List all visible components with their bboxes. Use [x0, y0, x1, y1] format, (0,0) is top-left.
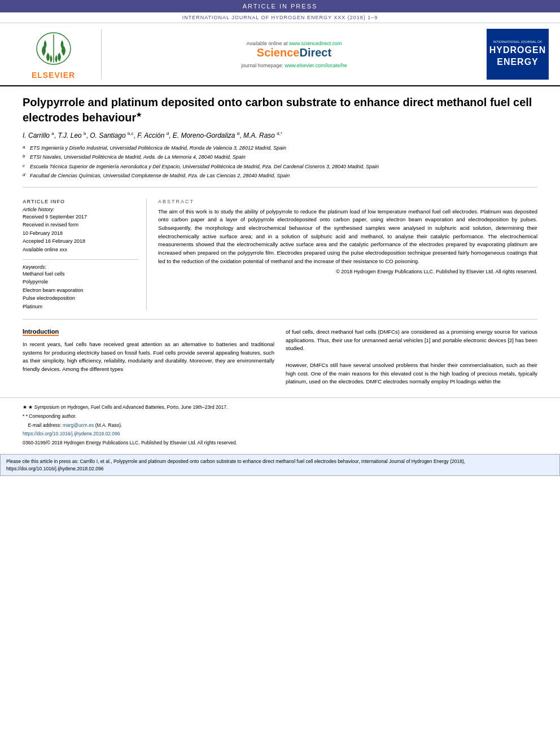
- history-revised-date: 10 February 2018: [23, 230, 138, 238]
- introduction-right-text: of fuel cells, direct methanol fuel cell…: [286, 328, 537, 386]
- journal-homepage-url[interactable]: www.elsevier.com/locate/he: [285, 63, 347, 68]
- article-info-abstract-section: ARTICLE INFO Article history: Received 9…: [0, 199, 560, 311]
- introduction-left-text: In recent years, fuel cells have receive…: [23, 340, 274, 374]
- authors: I. Carrillo a, T.J. Leo b, O. Santiago b…: [23, 131, 537, 139]
- article-info-column: ARTICLE INFO Article history: Received 9…: [23, 199, 147, 311]
- journal-header: ELSEVIER Available online at www.science…: [0, 23, 560, 86]
- available-online-text: Available online at www.sciencedirect.co…: [247, 41, 342, 46]
- citation-box: Please cite this article in press as: Ca…: [0, 454, 560, 477]
- elsevier-brand: ELSEVIER: [32, 71, 75, 80]
- abstract-copyright: © 2018 Hydrogen Energy Publications LLC.…: [158, 269, 537, 274]
- sciencedirect-brand: ScienceDirect: [257, 46, 331, 59]
- abstract-heading: ABSTRACT: [158, 199, 537, 204]
- paper-title: Polypyrrole and platinum deposited onto …: [23, 95, 537, 125]
- journal-center: Available online at www.sciencedirect.co…: [102, 29, 487, 80]
- keyword-5: Platinum: [23, 303, 138, 311]
- footnotes-section: ★ ★ Symposium on Hydrogen, Fuel Cells an…: [0, 397, 560, 451]
- keyword-4: Pulse electrodeposition: [23, 294, 138, 302]
- introduction-right: of fuel cells, direct methanol fuel cell…: [286, 328, 537, 386]
- history-revised-label: Received in revised form: [23, 221, 138, 229]
- keywords-section: Keywords: Methanol fuel cells Polypyrrol…: [23, 259, 138, 311]
- main-content: Introduction In recent years, fuel cells…: [0, 328, 560, 386]
- affiliation-a: a ETS Ingeniería y Diseño Industrial, Un…: [23, 144, 537, 152]
- history-available: Available online xxx: [23, 246, 138, 254]
- hydrogen-journal-title: HYDROGEN ENERGY: [489, 45, 546, 68]
- article-info-heading: ARTICLE INFO: [23, 199, 138, 204]
- history-received: Received 9 September 2017: [23, 213, 138, 221]
- sciencedirect-url[interactable]: www.sciencedirect.com: [289, 41, 342, 46]
- journal-homepage: journal homepage: www.elsevier.com/locat…: [241, 63, 347, 68]
- keyword-1: Methanol fuel cells: [23, 270, 138, 278]
- journal-header-line: INTERNATIONAL JOURNAL OF HYDROGEN ENERGY…: [0, 12, 560, 23]
- article-in-press-banner: ARTICLE IN PRESS: [0, 0, 560, 12]
- doi-link[interactable]: https://doi.org/10.1016/j.ijhydene.2018.…: [23, 431, 120, 436]
- keyword-3: Electron beam evaporation: [23, 286, 138, 294]
- history-accepted: Accepted 16 February 2018: [23, 238, 138, 246]
- hydrogen-intl-text: INTERNATIONAL JOURNAL OF: [493, 40, 542, 45]
- abstract-column: ABSTRACT The aim of this work is to stud…: [158, 199, 537, 311]
- affiliation-c: c Escuela Técnica Superior de Ingeniería…: [23, 163, 537, 171]
- footnote-doi: https://doi.org/10.1016/j.ijhydene.2018.…: [23, 430, 537, 438]
- affiliations: a ETS Ingeniería y Diseño Industrial, Un…: [23, 144, 537, 187]
- elsevier-tree-icon: [31, 29, 76, 68]
- keyword-2: Polypyrrole: [23, 278, 138, 286]
- abstract-text: The aim of this work is to study the abi…: [158, 208, 537, 266]
- email-link[interactable]: marg@ucm.es: [63, 422, 94, 428]
- history-label: Article history:: [23, 207, 138, 212]
- footnote-issn: 0360-3199/© 2018 Hydrogen Energy Publica…: [23, 439, 537, 447]
- introduction-left: Introduction In recent years, fuel cells…: [23, 328, 274, 386]
- section-divider: [23, 319, 537, 320]
- star-superscript: ★: [136, 111, 142, 118]
- footnote-star: ★ ★ Symposium on Hydrogen, Fuel Cells an…: [23, 404, 537, 411]
- affiliation-d: d Facultad de Ciencias Químicas, Univers…: [23, 172, 537, 180]
- introduction-heading: Introduction: [23, 328, 59, 336]
- elsevier-logo-section: ELSEVIER: [11, 29, 102, 80]
- footnote-email: E-mail address: marg@ucm.es (M.A. Raso).: [23, 422, 537, 429]
- paper-section: Polypyrrole and platinum deposited onto …: [0, 86, 560, 199]
- affiliation-b: b ETSI Navales, Universidad Politécnica …: [23, 153, 537, 161]
- keywords-label: Keywords:: [23, 264, 138, 270]
- hydrogen-energy-logo: INTERNATIONAL JOURNAL OF HYDROGEN ENERGY: [487, 29, 549, 80]
- footnote-corresponding: * * Corresponding author.: [23, 413, 537, 420]
